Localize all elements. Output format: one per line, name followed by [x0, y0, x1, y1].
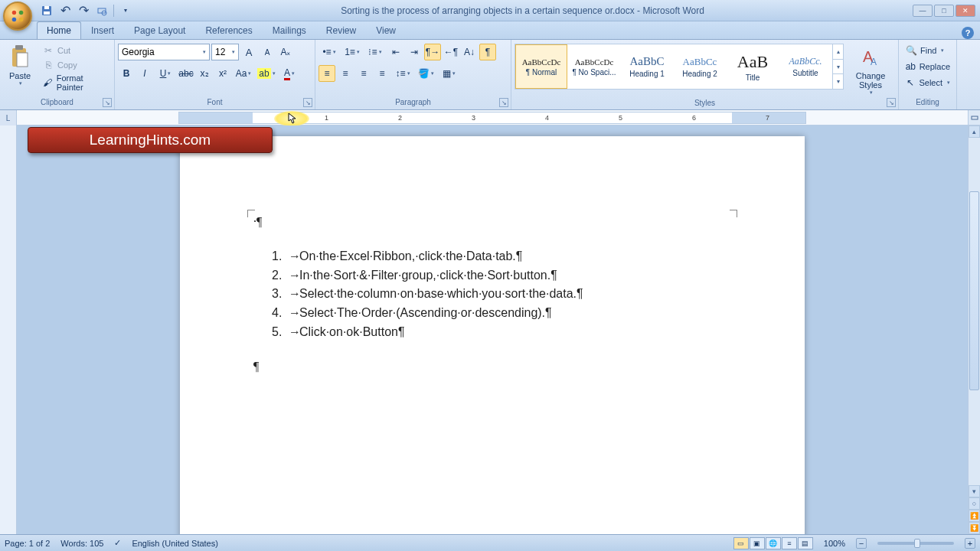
tab-view[interactable]: View	[366, 21, 406, 39]
redo-button[interactable]: ↷	[77, 4, 90, 18]
cut-button[interactable]: ✂Cut	[39, 44, 111, 57]
tab-page-layout[interactable]: Page Layout	[124, 21, 195, 39]
browse-object-button[interactable]: ○	[969, 497, 980, 510]
ltr-button[interactable]: ¶→	[424, 44, 441, 60]
decrease-indent-button[interactable]: ⇤	[387, 44, 404, 60]
view-buttons: ▭ ▣ 🌐 ≡ ▤	[733, 537, 813, 549]
font-size-combo[interactable]: 12▾	[211, 44, 239, 60]
style-heading-2[interactable]: AaBbCcHeading 2	[674, 44, 726, 89]
multilevel-list-button[interactable]: ⁝≡▾	[364, 44, 386, 60]
maximize-button[interactable]: □	[934, 5, 954, 17]
borders-button[interactable]: ▦▾	[438, 65, 459, 82]
highlight-button[interactable]: ab▾	[256, 65, 277, 82]
font-color-button[interactable]: A▾	[279, 65, 300, 82]
paragraph-dialog-launcher[interactable]: ↘	[499, 98, 508, 107]
superscript-button[interactable]: x²	[214, 65, 231, 82]
view-full-screen[interactable]: ▣	[750, 537, 765, 549]
underline-button[interactable]: U▾	[155, 65, 176, 82]
copy-button[interactable]: ⎘Copy	[39, 58, 111, 72]
style-heading-1[interactable]: AaBbCHeading 1	[621, 44, 673, 89]
zoom-slider[interactable]	[877, 542, 954, 545]
align-center-button[interactable]: ≡	[337, 65, 354, 82]
tab-references[interactable]: References	[195, 21, 262, 39]
horizontal-ruler[interactable]: 1 2 3 4 5 6 7	[17, 110, 968, 125]
justify-button[interactable]: ≡	[374, 65, 390, 82]
undo-button[interactable]: ↶	[58, 4, 72, 18]
find-button[interactable]: 🔍Find▾	[902, 44, 953, 57]
font-name-combo[interactable]: Georgia▾	[118, 44, 210, 60]
sort-button[interactable]: A↓	[461, 44, 478, 60]
page-container[interactable]: ·¶ 1.→On·the·Excel·Ribbon,·click·the·Dat…	[17, 126, 968, 534]
status-words[interactable]: Words: 105	[60, 539, 103, 548]
clear-formatting-button[interactable]: Aₓ	[277, 44, 294, 60]
tab-selector-button[interactable]: L	[0, 110, 17, 126]
office-button[interactable]	[3, 2, 32, 31]
styles-scroll-down[interactable]: ▾	[833, 60, 843, 75]
align-left-button[interactable]: ≡	[318, 65, 335, 82]
grow-font-button[interactable]: A	[240, 44, 257, 60]
styles-dialog-launcher[interactable]: ↘	[887, 98, 896, 107]
style-title[interactable]: AaBTitle	[727, 44, 779, 89]
numbering-button[interactable]: 1≡▾	[341, 44, 363, 60]
status-bar: Page: 1 of 2 Words: 105 ✓ English (Unite…	[0, 534, 980, 551]
change-case-button[interactable]: Aa▾	[233, 65, 254, 82]
format-painter-button[interactable]: 🖌Format Painter	[39, 73, 111, 93]
next-page-button[interactable]: ⏬	[969, 522, 980, 534]
print-preview-button[interactable]	[95, 4, 109, 18]
select-button[interactable]: ↖Select▾	[902, 76, 953, 90]
vertical-ruler[interactable]	[0, 126, 17, 534]
page-current[interactable]: ·¶ 1.→On·the·Excel·Ribbon,·click·the·Dat…	[180, 136, 805, 534]
vertical-scrollbar[interactable]: ▴ ▾ ○ ⏫ ⏬	[968, 126, 980, 534]
zoom-level[interactable]: 100%	[824, 539, 845, 548]
subscript-button[interactable]: x₂	[196, 65, 213, 82]
zoom-out-button[interactable]: −	[856, 538, 867, 549]
style-subtitle[interactable]: AaBbCc.Subtitle	[779, 44, 831, 89]
ruler-toggle-button[interactable]	[968, 110, 980, 125]
scroll-track[interactable]	[969, 138, 980, 485]
status-proofing-icon[interactable]: ✓	[114, 538, 121, 548]
save-button[interactable]	[40, 4, 54, 18]
zoom-slider-thumb[interactable]	[914, 539, 920, 548]
scroll-down-button[interactable]: ▾	[969, 485, 980, 497]
line-spacing-button[interactable]: ↕≡▾	[392, 65, 413, 82]
tab-home[interactable]: Home	[37, 21, 81, 39]
minimize-button[interactable]: —	[913, 5, 933, 17]
scroll-up-button[interactable]: ▴	[969, 126, 980, 138]
shading-button[interactable]: 🪣▾	[415, 65, 436, 82]
help-button[interactable]: ?	[962, 27, 974, 39]
view-outline[interactable]: ≡	[782, 537, 797, 549]
styles-scroll-up[interactable]: ▴	[833, 44, 843, 60]
increase-indent-button[interactable]: ⇥	[406, 44, 423, 60]
print-preview-icon	[96, 5, 107, 16]
align-right-button[interactable]: ≡	[355, 65, 372, 82]
tab-mailings[interactable]: Mailings	[263, 21, 316, 39]
view-draft[interactable]: ▤	[798, 537, 813, 549]
tab-insert[interactable]: Insert	[81, 21, 124, 39]
previous-page-button[interactable]: ⏫	[969, 510, 980, 522]
view-print-layout[interactable]: ▭	[733, 537, 749, 549]
clipboard-dialog-launcher[interactable]: ↘	[103, 98, 112, 107]
status-language[interactable]: English (United States)	[132, 539, 218, 548]
bullets-button[interactable]: •≡▾	[318, 44, 340, 60]
rtl-button[interactable]: ←¶	[443, 44, 459, 60]
view-web-layout[interactable]: 🌐	[766, 537, 781, 549]
close-button[interactable]: ✕	[956, 5, 975, 17]
font-dialog-launcher[interactable]: ↘	[303, 98, 312, 107]
show-hide-button[interactable]: ¶	[479, 44, 496, 60]
chevron-down-icon: ▾	[203, 49, 206, 55]
zoom-in-button[interactable]: +	[965, 538, 975, 549]
bold-button[interactable]: B	[118, 65, 135, 82]
styles-expand[interactable]: ▾	[833, 74, 843, 89]
italic-button[interactable]: I	[136, 65, 153, 82]
paste-button[interactable]: Paste ▾	[3, 44, 37, 88]
qat-customize[interactable]: ▾	[119, 4, 132, 18]
style-no-spacing[interactable]: AaBbCcDc¶ No Spaci...	[568, 44, 620, 89]
tab-review[interactable]: Review	[316, 21, 366, 39]
style-normal[interactable]: AaBbCcDc¶ Normal	[515, 44, 567, 89]
strikethrough-button[interactable]: abc	[178, 65, 194, 82]
replace-button[interactable]: abReplace	[902, 60, 953, 73]
scroll-thumb[interactable]	[969, 191, 979, 390]
change-styles-button[interactable]: AA Change Styles ▾	[846, 44, 895, 97]
status-page[interactable]: Page: 1 of 2	[5, 539, 50, 548]
shrink-font-button[interactable]: A	[259, 44, 276, 60]
